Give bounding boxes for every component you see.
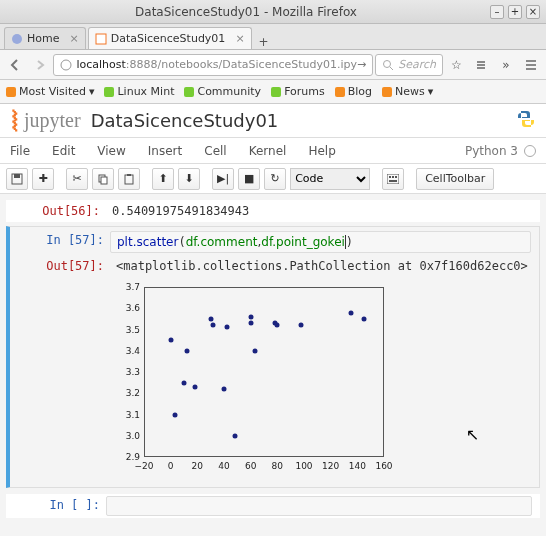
url-host: localhost	[76, 58, 125, 71]
run-button[interactable]: ▶|	[212, 168, 234, 190]
bookmark-news[interactable]: News▾	[382, 85, 433, 98]
x-tick-label: 60	[245, 461, 256, 471]
scissors-icon: ✂	[72, 172, 81, 185]
code-input[interactable]	[106, 496, 532, 516]
tab-home[interactable]: Home ×	[4, 27, 86, 49]
code-token-arg2: df.point_gokei	[261, 235, 345, 249]
jupyter-logo[interactable]: ⦚ jupyter	[10, 108, 81, 133]
bookmark-linux-mint[interactable]: Linux Mint	[104, 85, 174, 98]
menu-kernel[interactable]: Kernel	[249, 144, 287, 158]
in-prompt: In [57]:	[10, 231, 110, 253]
close-icon[interactable]: ×	[69, 32, 78, 45]
menu-edit[interactable]: Edit	[52, 144, 75, 158]
svg-point-3	[384, 60, 391, 67]
paste-button[interactable]	[118, 168, 140, 190]
copy-button[interactable]	[92, 168, 114, 190]
bookmark-label: News	[395, 85, 425, 98]
menu-button[interactable]	[519, 54, 542, 76]
scatter-chart: 2.93.03.13.23.33.43.53.63.7−200204060801…	[110, 281, 400, 481]
code-input[interactable]: plt.scatter(df.comment,df.point_gokei)	[110, 231, 531, 253]
move-down-button[interactable]: ⬇	[178, 168, 200, 190]
x-tick-label: 160	[375, 461, 392, 471]
cell-type-select[interactable]: Code	[290, 168, 370, 190]
save-button[interactable]	[6, 168, 28, 190]
feed-icon	[335, 87, 345, 97]
bookmark-community[interactable]: Community	[184, 85, 261, 98]
empty-code-cell[interactable]: In [ ]:	[6, 494, 540, 518]
bookmark-star-button[interactable]: ☆	[445, 54, 468, 76]
menu-file[interactable]: File	[10, 144, 30, 158]
jupyter-menubar: File Edit View Insert Cell Kernel Help P…	[0, 138, 546, 164]
in-prompt: In [ ]:	[6, 496, 106, 516]
url-path: /notebooks/DataSicenceStudy01.ipy	[158, 58, 357, 71]
copy-icon	[97, 173, 109, 185]
selected-code-cell[interactable]: In [57]: plt.scatter(df.comment,df.point…	[6, 226, 540, 488]
data-point	[172, 412, 177, 417]
restart-button[interactable]: ↻	[264, 168, 286, 190]
stop-icon: ■	[244, 172, 254, 185]
add-cell-button[interactable]: ✚	[32, 168, 54, 190]
data-point	[248, 321, 253, 326]
window-maximize-button[interactable]: +	[508, 5, 522, 19]
svg-rect-1	[96, 34, 106, 44]
output-text: 0.54091975491834943	[106, 202, 540, 220]
tab-label: DataSicenceStudy01	[111, 32, 226, 45]
data-point	[192, 384, 197, 389]
arrow-up-icon: ⬆	[158, 172, 167, 185]
close-icon[interactable]: ×	[235, 32, 244, 45]
menu-insert[interactable]: Insert	[148, 144, 182, 158]
overflow-button[interactable]: »	[495, 54, 518, 76]
y-tick-label: 3.7	[126, 282, 140, 292]
mint-icon	[104, 87, 114, 97]
menu-help[interactable]: Help	[308, 144, 335, 158]
kernel-status-icon	[524, 145, 536, 157]
data-point	[299, 323, 304, 328]
y-tick-label: 3.2	[126, 388, 140, 398]
cut-button[interactable]: ✂	[66, 168, 88, 190]
tab-notebook[interactable]: DataSicenceStudy01 ×	[88, 27, 252, 49]
menu-cell[interactable]: Cell	[204, 144, 226, 158]
cell-toolbar-button[interactable]: CellToolbar	[416, 168, 494, 190]
new-tab-button[interactable]: +	[254, 35, 274, 49]
data-point	[168, 338, 173, 343]
menu-view[interactable]: View	[97, 144, 125, 158]
out-prompt: Out[56]:	[6, 202, 106, 220]
y-tick-label: 3.4	[126, 346, 140, 356]
back-button[interactable]	[4, 54, 27, 76]
data-point	[275, 323, 280, 328]
x-tick-label: −20	[135, 461, 154, 471]
bookmark-forums[interactable]: Forums	[271, 85, 325, 98]
svg-rect-6	[477, 67, 485, 69]
x-tick-label: 120	[322, 461, 339, 471]
command-palette-button[interactable]	[382, 168, 404, 190]
chevron-down-icon: ▾	[428, 85, 434, 98]
bookmark-most-visited[interactable]: Most Visited▾	[6, 85, 94, 98]
interrupt-button[interactable]: ■	[238, 168, 260, 190]
notebook-title[interactable]: DataSicenceStudy01	[91, 110, 279, 131]
globe-icon	[60, 59, 72, 71]
bookmarks-bar: Most Visited▾ Linux Mint Community Forum…	[0, 80, 546, 104]
hamburger-icon	[525, 59, 537, 71]
search-placeholder: Search	[398, 58, 436, 71]
x-tick-label: 100	[295, 461, 312, 471]
kernel-indicator: Python 3	[465, 144, 536, 158]
window-titlebar: DataSicenceStudy01 - Mozilla Firefox – +…	[0, 0, 546, 24]
search-box[interactable]: Search	[375, 54, 443, 76]
svg-point-2	[61, 60, 71, 70]
go-icon[interactable]: →	[357, 58, 366, 71]
x-tick-label: 20	[192, 461, 203, 471]
downloads-button[interactable]	[470, 54, 493, 76]
code-token-arg1: df.comment	[186, 235, 258, 249]
window-minimize-button[interactable]: –	[490, 5, 504, 19]
svg-rect-8	[14, 174, 20, 178]
bookmark-blog[interactable]: Blog	[335, 85, 372, 98]
move-up-button[interactable]: ⬆	[152, 168, 174, 190]
x-tick-label: 0	[168, 461, 174, 471]
svg-rect-11	[125, 175, 133, 184]
text-caret	[345, 235, 346, 249]
forward-button[interactable]	[29, 54, 52, 76]
jupyter-toolbar: ✚ ✂ ⬆ ⬇ ▶| ■ ↻ Code CellToolbar	[0, 164, 546, 194]
window-close-button[interactable]: ×	[526, 5, 540, 19]
url-bar[interactable]: localhost:8888/notebooks/DataSicenceStud…	[53, 54, 373, 76]
chevron-down-icon: ▾	[89, 85, 95, 98]
